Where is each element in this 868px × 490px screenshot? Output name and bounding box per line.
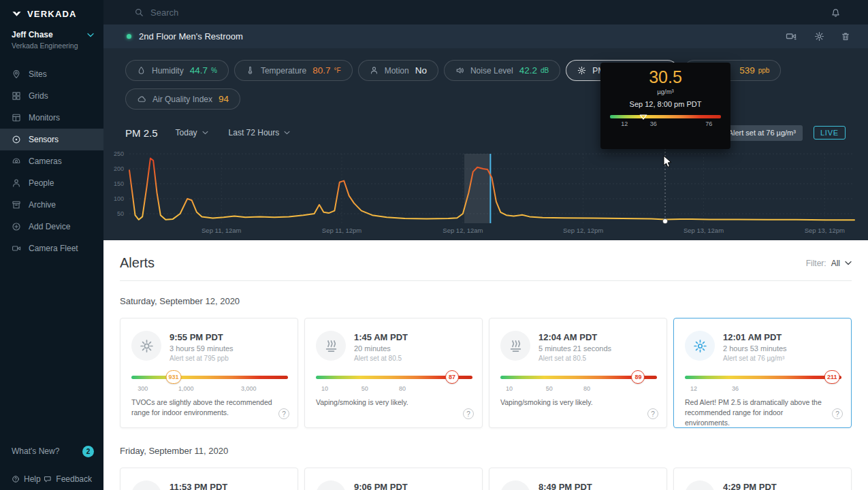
alert-threshold: Alert set at 80.5 bbox=[539, 355, 586, 362]
pm25-chart[interactable]: 50100150200250Sep 11, 12amSep 11, 12pmSe… bbox=[129, 151, 854, 238]
svg-text:250: 250 bbox=[114, 150, 124, 157]
camera-dome-icon bbox=[12, 157, 21, 166]
help-question-icon[interactable]: ? bbox=[832, 408, 843, 419]
stat-value: No bbox=[415, 65, 427, 76]
alert-threshold-label: Alert set at 76 µg/m³ bbox=[728, 129, 796, 137]
sidebar-item-monitors[interactable]: Monitors bbox=[0, 107, 103, 129]
scale-marker-icon bbox=[639, 114, 647, 120]
alert-threshold: Alert set at 80.5 bbox=[354, 355, 402, 362]
pm25-sun-icon bbox=[577, 66, 586, 75]
tooltip-scale: 12 36 76 bbox=[610, 115, 721, 129]
svg-text:Sep 11, 12am: Sep 11, 12am bbox=[202, 227, 242, 234]
alert-value-badge: 211 bbox=[824, 370, 840, 384]
alert-description: Red Alert! PM 2.5 is dramatically above … bbox=[685, 397, 826, 429]
alert-time: 12:04 AM PDT bbox=[539, 332, 597, 342]
alert-duration: 2 hours 53 minutes bbox=[723, 344, 787, 353]
vape-icon bbox=[316, 331, 346, 361]
alert-card-vape[interactable]: 1:45 AM PDT 20 minutes Alert set at 80.5… bbox=[304, 318, 483, 428]
user-menu[interactable]: Jeff Chase Verkada Engineering bbox=[0, 26, 103, 58]
alert-description: Vaping/smoking is very likely. bbox=[500, 397, 642, 408]
sidebar-item-grids[interactable]: Grids bbox=[0, 85, 103, 107]
filter-label: Filter: bbox=[806, 259, 826, 268]
attach-camera-icon[interactable] bbox=[786, 31, 798, 42]
stat-value: 42.2 bbox=[519, 65, 537, 76]
sidebar-item-cameras[interactable]: Cameras bbox=[0, 150, 103, 172]
cloud-icon bbox=[137, 95, 146, 103]
help-question-icon[interactable]: ? bbox=[463, 408, 474, 419]
alert-card[interactable]: 8:49 PM PDT bbox=[489, 468, 667, 490]
notifications-bell-icon[interactable] bbox=[831, 7, 841, 18]
alert-card[interactable]: 11:53 PM PDT bbox=[120, 468, 298, 490]
svg-text:Sep 12, 12am: Sep 12, 12am bbox=[443, 227, 483, 234]
tvoc-icon bbox=[131, 331, 161, 361]
sidebar-item-camera-fleet[interactable]: Camera Fleet bbox=[0, 238, 103, 259]
brand[interactable]: VERKADA bbox=[0, 0, 103, 26]
sidebar-item-label: Monitors bbox=[29, 113, 60, 122]
trash-icon[interactable] bbox=[841, 31, 850, 42]
alert-card[interactable]: 9:06 PM PDT bbox=[304, 468, 483, 490]
alert-type-icon bbox=[316, 480, 346, 490]
sidebar: VERKADA Jeff Chase Verkada Engineering S… bbox=[0, 0, 103, 490]
person-icon bbox=[12, 178, 21, 188]
search-input[interactable] bbox=[150, 7, 436, 18]
svg-text:Sep 12, 12pm: Sep 12, 12pm bbox=[563, 227, 603, 234]
stat-label: Humidity bbox=[152, 66, 184, 76]
tooltip-unit: µg/m³ bbox=[600, 88, 730, 95]
stat-noise-level[interactable]: Noise Level 42.2 dB bbox=[444, 60, 560, 81]
stat-unit: ppb bbox=[758, 67, 770, 74]
filter-value: All bbox=[831, 259, 840, 268]
alert-card-vape[interactable]: 12:04 AM PDT 5 minutes 21 seconds Alert … bbox=[489, 318, 667, 428]
alerts-section: Alerts Filter: All Saturday, September 1… bbox=[103, 240, 868, 490]
motion-person-icon bbox=[370, 66, 379, 75]
help-question-icon[interactable]: ? bbox=[647, 408, 658, 419]
alert-description: TVOCs are slightly above the recommended… bbox=[131, 397, 273, 418]
stat-humidity[interactable]: Humidity 44.7 % bbox=[125, 60, 229, 81]
chart-tooltip: 30.5 µg/m³ Sep 12, 8:00 pm PDT 12 36 76 bbox=[600, 63, 730, 149]
sidebar-item-people[interactable]: People bbox=[0, 172, 103, 194]
tooltip-timestamp: Sep 12, 8:00 pm PDT bbox=[600, 100, 730, 108]
settings-gear-icon[interactable] bbox=[814, 31, 824, 42]
stat-label: Temperature bbox=[261, 66, 306, 76]
alerts-filter-dropdown[interactable]: Filter: All bbox=[806, 259, 852, 268]
user-org: Verkada Engineering bbox=[12, 42, 92, 50]
alert-card[interactable]: 4:29 PM PDT bbox=[673, 468, 852, 490]
sidebar-item-add-device[interactable]: Add Device bbox=[0, 216, 103, 238]
sidebar-item-sensors[interactable]: Sensors bbox=[0, 129, 103, 150]
stat-temperature[interactable]: Temperature 80.7 °F bbox=[234, 60, 353, 81]
stat-value: 94 bbox=[219, 94, 229, 104]
whats-new-link[interactable]: What's New? 2 bbox=[0, 441, 103, 461]
alert-time: 12:01 AM PDT bbox=[723, 332, 782, 342]
sidebar-item-sites[interactable]: Sites bbox=[0, 63, 103, 85]
help-link[interactable]: Help bbox=[12, 474, 41, 484]
chevron-down-icon bbox=[87, 33, 94, 37]
chevron-down-icon bbox=[845, 261, 852, 265]
stat-unit: % bbox=[211, 67, 217, 74]
live-button[interactable]: LIVE bbox=[814, 126, 846, 140]
verkada-command-app: VERKADA Jeff Chase Verkada Engineering S… bbox=[0, 0, 868, 490]
help-question-icon[interactable]: ? bbox=[278, 408, 289, 419]
grid-icon bbox=[12, 91, 21, 101]
alerts-heading: Alerts bbox=[120, 255, 155, 271]
alert-cards-row: 9:55 PM PDT 3 hours 59 minutes Alert set… bbox=[120, 318, 852, 428]
verkada-logo-icon bbox=[12, 9, 22, 19]
alert-card-pm25-selected[interactable]: 12:01 AM PDT 2 hours 53 minutes Alert se… bbox=[673, 318, 852, 428]
divider bbox=[120, 280, 852, 281]
stat-air-quality-index[interactable]: Air Quality Index 94 bbox=[125, 88, 240, 110]
svg-text:Sep 13, 12am: Sep 13, 12am bbox=[684, 227, 724, 234]
time-window-dropdown[interactable]: Last 72 Hours bbox=[229, 128, 291, 137]
sensor-header: 2nd Floor Men's Restroom bbox=[103, 24, 868, 49]
alert-date-heading: Friday, September 11, 2020 bbox=[120, 446, 852, 456]
svg-text:200: 200 bbox=[114, 165, 124, 172]
stat-label: Air Quality Index bbox=[152, 95, 212, 104]
period-value: Today bbox=[176, 128, 197, 137]
alert-card-tvoc[interactable]: 9:55 PM PDT 3 hours 59 minutes Alert set… bbox=[120, 318, 298, 428]
sidebar-item-archive[interactable]: Archive bbox=[0, 194, 103, 216]
feedback-bubble-icon bbox=[44, 475, 52, 483]
period-dropdown[interactable]: Today bbox=[176, 128, 208, 137]
sidebar-item-label: Archive bbox=[29, 200, 56, 210]
svg-text:150: 150 bbox=[114, 180, 124, 187]
topbar bbox=[103, 0, 868, 24]
feedback-link[interactable]: Feedback bbox=[44, 474, 92, 484]
stat-motion[interactable]: Motion No bbox=[358, 60, 438, 81]
whats-new-label: What's New? bbox=[12, 446, 59, 456]
